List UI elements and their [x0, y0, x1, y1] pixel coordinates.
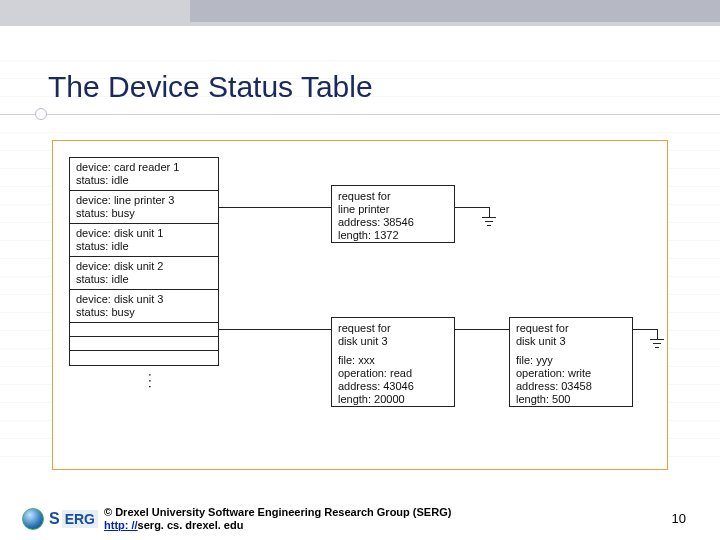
- request-line: address: 38546: [338, 216, 448, 229]
- device-name: device: disk unit 3: [76, 293, 212, 306]
- request-line: file: yyy: [516, 354, 626, 367]
- device-status-list: device: card reader 1 status: idle devic…: [69, 157, 219, 366]
- connector-line: [489, 207, 490, 217]
- device-cell-blank: [70, 337, 218, 351]
- request-line: file: xxx: [338, 354, 448, 367]
- device-cell: device: disk unit 1 status: idle: [70, 224, 218, 257]
- device-status-diagram: device: card reader 1 status: idle devic…: [52, 140, 668, 470]
- request-line: length: 20000: [338, 393, 448, 406]
- title-accent-circle: [35, 108, 47, 120]
- request-line: length: 500: [516, 393, 626, 406]
- globe-icon: [22, 508, 44, 530]
- connector-line: [219, 207, 331, 208]
- device-status: status: busy: [76, 306, 212, 319]
- request-line: request for: [516, 322, 626, 335]
- device-cell-blank: [70, 351, 218, 365]
- serg-logo: S ERG: [22, 508, 98, 530]
- request-line: address: 43046: [338, 380, 448, 393]
- device-cell: device: disk unit 2 status: idle: [70, 257, 218, 290]
- device-cell: device: line printer 3 status: busy: [70, 191, 218, 224]
- footer-link[interactable]: http: //: [104, 519, 138, 531]
- device-name: device: disk unit 2: [76, 260, 212, 273]
- request-box-line-printer: request for line printer address: 38546 …: [331, 185, 455, 243]
- request-line: length: 1372: [338, 229, 448, 242]
- footer-credits: © Drexel University Software Engineering…: [104, 506, 451, 532]
- slide-title: The Device Status Table: [48, 70, 373, 104]
- request-line: request for: [338, 322, 448, 335]
- page-number: 10: [672, 511, 686, 526]
- copyright-text: © Drexel University Software Engineering…: [104, 506, 451, 519]
- device-status: status: idle: [76, 174, 212, 187]
- slide-top-bar: [0, 0, 720, 26]
- request-line: operation: write: [516, 367, 626, 380]
- connector-line: [657, 329, 658, 339]
- request-box-disk-read: request for disk unit 3 file: xxx operat…: [331, 317, 455, 407]
- logo-letter-s: S: [49, 510, 60, 528]
- device-cell-blank: [70, 323, 218, 337]
- title-underline: [0, 114, 720, 115]
- logo-letters-erg: ERG: [62, 510, 98, 528]
- device-status: status: idle: [76, 240, 212, 253]
- url-rest: serg. cs. drexel. edu: [138, 519, 244, 531]
- url-prefix: http: //: [104, 519, 138, 531]
- device-name: device: line printer 3: [76, 194, 212, 207]
- connector-line: [455, 207, 489, 208]
- device-cell: device: card reader 1 status: idle: [70, 158, 218, 191]
- slide-top-bar-inner: [190, 0, 720, 22]
- terminator-icon: [650, 339, 664, 351]
- request-line: disk unit 3: [338, 335, 448, 348]
- connector-line: [633, 329, 657, 330]
- footer-url[interactable]: http: //serg. cs. drexel. edu: [104, 519, 451, 532]
- device-name: device: card reader 1: [76, 161, 212, 174]
- request-line: line printer: [338, 203, 448, 216]
- request-line: address: 03458: [516, 380, 626, 393]
- terminator-icon: [482, 217, 496, 229]
- request-line: operation: read: [338, 367, 448, 380]
- ellipsis-vertical-icon: ···: [143, 373, 159, 391]
- device-status: status: idle: [76, 273, 212, 286]
- device-status: status: busy: [76, 207, 212, 220]
- device-cell: device: disk unit 3 status: busy: [70, 290, 218, 323]
- device-name: device: disk unit 1: [76, 227, 212, 240]
- slide-footer: S ERG © Drexel University Software Engin…: [0, 496, 720, 540]
- connector-line: [219, 329, 331, 330]
- request-line: disk unit 3: [516, 335, 626, 348]
- request-line: request for: [338, 190, 448, 203]
- connector-line: [455, 329, 509, 330]
- request-box-disk-write: request for disk unit 3 file: yyy operat…: [509, 317, 633, 407]
